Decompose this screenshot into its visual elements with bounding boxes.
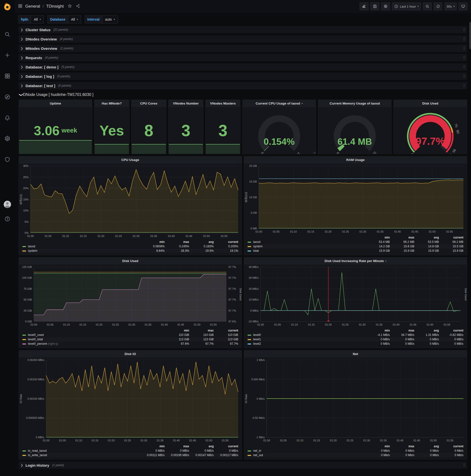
legend-swatch[interactable] <box>248 242 251 243</box>
add-panel-button[interactable] <box>360 2 369 10</box>
panel-title[interactable]: Uptime <box>50 102 61 105</box>
legend-swatch[interactable] <box>22 246 26 247</box>
panel-title[interactable]: Disk IO <box>125 352 136 356</box>
row-database-demo-[interactable]: ❯Database: [ demo ](5 panels)⣿ <box>19 63 467 71</box>
legend-series-name[interactable]: level0 <box>253 333 261 337</box>
breadcrumb-section[interactable]: General <box>25 4 40 9</box>
refresh-interval-select[interactable]: 30s ▾ <box>444 2 457 10</box>
panel-title[interactable]: RAM Usage <box>346 158 365 162</box>
configuration-icon[interactable] <box>4 136 10 142</box>
panel-stat-cpu-cores[interactable]: iCPU Cores8 <box>131 100 166 154</box>
refresh-button[interactable] <box>434 2 442 10</box>
panel-title[interactable]: Disk Used Increasing Rate per Minute <box>324 259 384 263</box>
legend-swatch[interactable] <box>22 343 26 344</box>
panel-title[interactable]: Disk Used <box>122 259 138 263</box>
add-icon[interactable] <box>4 52 10 58</box>
legend-header[interactable]: current <box>440 328 464 333</box>
chart-plot-area[interactable]: 0 MB/s0.000500 MB/s0.00100 MB/s0.00150 M… <box>19 357 242 444</box>
panel-cpu-usage[interactable]: iCPU Usage0%5%10%15%20%25%30%01:0001:050… <box>19 156 242 255</box>
row-dnode-usage[interactable]: ❯ DNode Usage [ huolinhe-TM1701:6030 ] <box>19 91 467 98</box>
panel-title[interactable]: Net <box>353 352 358 356</box>
legend-header[interactable]: min <box>366 328 391 333</box>
variable-value-select[interactable]: auto ▾ <box>102 15 118 24</box>
dashboard-settings-button[interactable] <box>381 2 390 10</box>
chart-plot-area[interactable]: -10 MB/s0 MB/s10 MB/s20 MB/s30 MB/s40 MB… <box>244 265 467 328</box>
variable-value-select[interactable]: All ▾ <box>31 15 44 24</box>
legend-series-name[interactable]: level0_used <box>28 333 44 337</box>
chart-plot-area[interactable]: -1 Mb/s-0.50 Mb/s0 Mb/s0.500 Mb/s1 Mb/s0… <box>244 357 467 444</box>
panel-title[interactable]: Disk Used <box>422 102 438 105</box>
chart-plot-area[interactable]: 0 MB5 GB10 GB15 GB20 GB01:0001:0501:1001… <box>244 163 467 235</box>
legend-header[interactable]: max <box>391 444 415 448</box>
legend-series-name[interactable]: level2 <box>253 342 261 345</box>
panel-disk-used[interactable]: iDisk Used0 GiB25 GiB50 GiB75 GiB100 GiB… <box>19 257 242 348</box>
panel-disk-used-increasing-rate[interactable]: iDisk Used Increasing Rate per Minute▾-1… <box>244 257 467 348</box>
panel-title[interactable]: Has MNode? <box>102 102 122 105</box>
alerting-icon[interactable] <box>4 115 10 121</box>
legend-series-name[interactable]: level0_total <box>28 338 43 341</box>
legend-swatch[interactable] <box>22 339 26 340</box>
row-drag-handle[interactable]: ⣿ <box>463 84 466 87</box>
legend-swatch[interactable] <box>248 455 251 456</box>
variable-value-select[interactable]: All ▾ <box>68 15 81 24</box>
legend-header[interactable]: max <box>391 235 415 240</box>
legend-series-name[interactable]: net_out <box>253 453 263 457</box>
page-scrollbar[interactable] <box>469 22 471 49</box>
legend-header[interactable]: avg <box>415 328 440 333</box>
zoom-out-time-button[interactable] <box>423 2 432 10</box>
legend-series-name[interactable]: system <box>28 249 37 253</box>
legend-swatch[interactable] <box>248 251 251 252</box>
legend-header[interactable]: max <box>190 328 215 333</box>
legend-header[interactable]: avg <box>190 240 215 244</box>
star-icon[interactable] <box>68 4 72 9</box>
legend-swatch[interactable] <box>248 335 251 336</box>
row-database-log-[interactable]: ❯Database: [ log ](5 panels)⣿ <box>19 73 467 80</box>
legend-header[interactable]: max <box>166 444 190 448</box>
legend-series-name[interactable]: taosd <box>253 240 260 244</box>
legend-series-name[interactable]: total <box>253 249 259 253</box>
legend-swatch[interactable] <box>248 450 251 451</box>
legend-swatch[interactable] <box>248 246 251 247</box>
profile-avatar[interactable] <box>4 201 11 208</box>
legend-swatch[interactable] <box>248 339 251 340</box>
panel-gauge-current-cpu-usage-of-taosd[interactable]: iCurrent CPU Usage of taosd▾01000.154% <box>242 100 316 154</box>
help-icon[interactable] <box>4 216 10 222</box>
row-drag-handle[interactable]: ⣿ <box>463 65 466 68</box>
legend-swatch[interactable] <box>22 251 26 252</box>
legend-series-name[interactable]: io_read_taosd <box>28 449 47 452</box>
panel-title[interactable]: CPU Usage <box>121 158 139 162</box>
chart-plot-area[interactable]: 0 GiB25 GiB50 GiB75 GiB100 GiB125 GiB97.… <box>19 265 242 328</box>
save-dashboard-button[interactable] <box>370 2 379 10</box>
search-icon[interactable] <box>4 31 10 37</box>
legend-header[interactable]: max <box>391 328 415 333</box>
server-admin-icon[interactable] <box>4 156 10 162</box>
panel-title[interactable]: Current CPU Usage of taosd <box>256 102 300 105</box>
legend-series-name[interactable]: level0_percent <box>28 342 47 345</box>
legend-swatch[interactable] <box>22 455 26 456</box>
panel-menu-chevron-icon[interactable]: ▾ <box>302 102 303 105</box>
legend-header[interactable]: min <box>141 240 166 244</box>
legend-header[interactable]: current <box>215 328 239 333</box>
panel-stat-vnodes-masters[interactable]: iVNodes Masters3 <box>205 100 240 154</box>
panel-ram-usage[interactable]: iRAM Usage0 MB5 GB10 GB15 GB20 GB01:0001… <box>244 156 467 255</box>
legend-header[interactable]: max <box>166 240 190 244</box>
panel-disk-io[interactable]: iDisk IO0 MB/s0.000500 MB/s0.00100 MB/s0… <box>19 350 242 459</box>
panel-gauge-current-memory-usage-of-taosd[interactable]: iCurrent Memory Usage of taosd0158961.4 … <box>318 100 391 154</box>
panel-resize-handle[interactable] <box>314 152 315 153</box>
legend-swatch[interactable] <box>22 450 26 451</box>
panel-net[interactable]: iNet-1 Mb/s-0.50 Mb/s0 Mb/s0.500 Mb/s1 M… <box>244 350 467 459</box>
legend-series-name[interactable]: system <box>253 245 263 248</box>
row-dnodes-overview[interactable]: ❯DNodes Overview(4 panels)⣿ <box>19 35 467 43</box>
cycle-view-mode-button[interactable] <box>459 2 468 10</box>
legend-header[interactable]: min <box>141 444 166 448</box>
legend-header[interactable]: min <box>366 235 391 240</box>
dashboards-icon[interactable] <box>4 73 10 79</box>
row-login-history[interactable]: ❯ Login History (1 panel) ⣿ <box>19 461 467 469</box>
panel-stat-uptime[interactable]: iUptime3.06week <box>19 100 92 154</box>
row-database-test-[interactable]: ❯Database: [ test ](5 panels)⣿ <box>19 82 467 89</box>
panel-stat-has-mnode-[interactable]: iHas MNode?Yes <box>94 100 129 154</box>
legend-header[interactable]: current <box>440 444 464 448</box>
row-requests[interactable]: ❯Requests(4 panels)⣿ <box>19 54 467 61</box>
legend-header[interactable]: current <box>215 240 239 244</box>
legend-header[interactable]: min <box>166 328 190 333</box>
